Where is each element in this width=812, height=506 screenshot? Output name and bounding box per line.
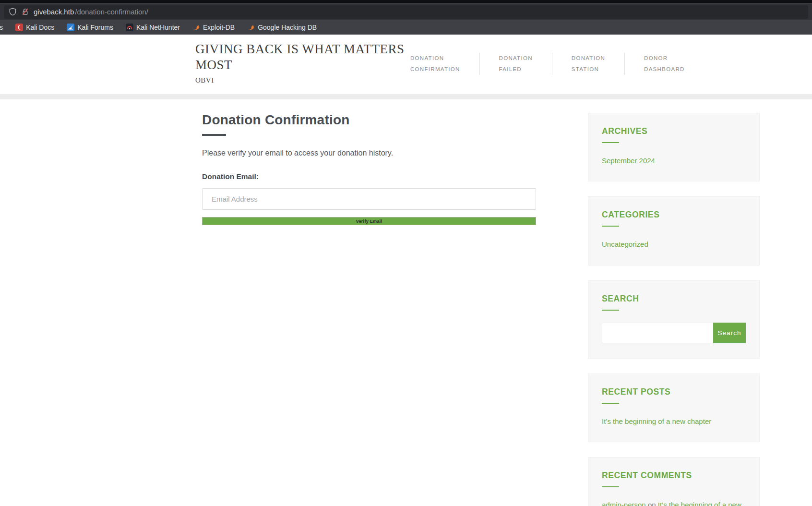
widget-underline [602,310,619,311]
bookmark-label: Google Hacking DB [258,24,317,31]
search-input[interactable] [602,323,713,343]
comment-author-link[interactable]: admin-person [602,501,646,506]
sidebar: ARCHIVES September 2024 CATEGORIES Uncat… [588,113,760,506]
insecure-lock-icon[interactable] [21,8,29,16]
categories-widget: CATEGORIES Uncategorized [588,196,760,265]
search-title: SEARCH [602,294,746,304]
site-title[interactable]: GIVING BACK IS WHAT MATTERS MOST [195,41,410,73]
url-host: giveback.htb [34,8,74,16]
recent-comments-widget: RECENT COMMENTS admin-person on It’s the… [588,457,760,506]
widget-underline [602,403,619,404]
recent-comments-title: RECENT COMMENTS [602,470,746,481]
search-button[interactable]: Search [713,323,746,343]
search-widget: SEARCH Search [588,280,760,359]
archive-link-september-2024[interactable]: September 2024 [602,155,655,166]
recent-posts-title: RECENT POSTS [602,387,746,397]
widget-underline [602,226,619,227]
title-underline [202,134,226,136]
kali-forums-icon [67,24,74,31]
bookmark-exploit-db[interactable]: Exploit-DB [192,24,235,31]
window-top-strip [0,0,812,3]
nav-donation-station[interactable]: DONATION STATION [572,53,625,75]
kali-docs-icon [15,24,23,31]
verify-email-button[interactable]: Verify Email [202,217,536,225]
recent-post-link[interactable]: It’s the beginning of a new chapter [602,416,711,427]
nav-donation-confirmation[interactable]: DONATION CONFIRMATION [410,53,480,75]
categories-title: CATEGORIES [602,210,746,220]
exploit-db-bird-icon [192,24,200,31]
category-link-uncategorized[interactable]: Uncategorized [602,239,648,250]
bookmark-kali-docs[interactable]: Kali Docs [15,24,54,31]
header-divider-strip [0,94,812,99]
bookmark-label: Kali Docs [26,24,54,31]
bookmark-kali-forums[interactable]: Kali Forums [67,24,113,31]
browser-chrome: giveback.htb /donation-confirmation/ ls … [0,0,812,35]
email-label: Donation Email: [202,172,536,181]
widget-underline [602,486,619,487]
bookmark-kali-nethunter[interactable]: Kali NetHunter [126,24,180,31]
donation-confirmation-section: Donation Confirmation Please verify your… [195,112,536,225]
site-branding[interactable]: GIVING BACK IS WHAT MATTERS MOST OBVI [195,41,410,84]
url-toolbar: giveback.htb /donation-confirmation/ [0,3,812,20]
page-title: Donation Confirmation [202,112,536,128]
bookmark-label: Kali NetHunter [136,24,180,31]
nav-donation-failed[interactable]: DONATION FAILED [499,53,552,75]
widget-underline [602,142,619,143]
site-header: GIVING BACK IS WHAT MATTERS MOST OBVI DO… [0,35,812,94]
nav-donor-dashboard[interactable]: DONOR DASHBOARD [644,53,685,75]
kali-nethunter-icon [126,24,133,31]
archives-widget: ARCHIVES September 2024 [588,113,760,181]
recent-comment-item: admin-person on It’s the beginning of a … [602,499,746,506]
intro-text: Please verify your email to access your … [202,149,536,157]
bookmark-label: Exploit-DB [203,24,235,31]
google-hacking-db-bird-icon [247,24,255,31]
archives-title: ARCHIVES [602,126,746,136]
site-tagline: OBVI [195,76,410,84]
url-bar[interactable]: giveback.htb /donation-confirmation/ [4,5,808,19]
bookmark-partial-kali-tools[interactable]: ls [0,24,3,31]
bookmarks-bar: ls Kali Docs Kali Forums Kali NetHunter … [0,20,812,35]
comment-connector: on [646,501,658,506]
page-content: Donation Confirmation Please verify your… [195,99,766,506]
main-nav: DONATION CONFIRMATION DONATION FAILED DO… [410,53,685,75]
bookmark-label: ls [0,24,3,31]
bookmark-google-hacking-db[interactable]: Google Hacking DB [247,24,317,31]
url-path: /donation-confirmation/ [75,8,148,16]
tracking-protection-shield-icon[interactable] [9,8,17,16]
recent-posts-widget: RECENT POSTS It’s the beginning of a new… [588,373,760,442]
bookmark-label: Kali Forums [77,24,113,31]
donation-email-input[interactable] [202,188,536,210]
